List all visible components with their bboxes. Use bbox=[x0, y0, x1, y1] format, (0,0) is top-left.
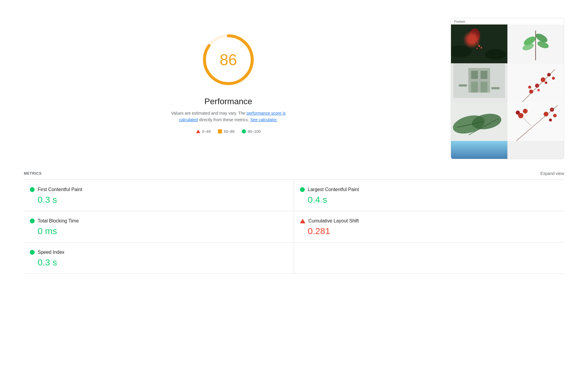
metric-tbt-value: 0 ms bbox=[38, 226, 288, 236]
preview-img-8 bbox=[507, 141, 564, 159]
metric-cls-name: Cumulative Layout Shift bbox=[308, 218, 359, 224]
metrics-label: METRICS bbox=[24, 171, 42, 176]
preview-img-1 bbox=[451, 24, 507, 63]
svg-point-43 bbox=[516, 110, 520, 115]
preview-section: Pixelash bbox=[451, 12, 564, 159]
metric-si-value: 0.3 s bbox=[38, 257, 288, 268]
pass-icon bbox=[242, 129, 246, 133]
svg-point-48 bbox=[549, 119, 552, 122]
preview-img-2 bbox=[507, 24, 564, 63]
calculator-link[interactable]: See calculator. bbox=[250, 117, 278, 122]
svg-rect-19 bbox=[481, 71, 487, 79]
metric-si-status-icon bbox=[30, 250, 35, 255]
preview-images bbox=[451, 24, 564, 159]
metric-empty bbox=[294, 242, 564, 274]
legend-pass: 90–100 bbox=[242, 129, 261, 134]
svg-point-46 bbox=[550, 107, 554, 112]
metric-si: Speed Index 0.3 s bbox=[24, 242, 294, 274]
svg-line-4 bbox=[475, 35, 479, 47]
metric-tbt-header: Total Blocking Time bbox=[30, 218, 288, 224]
svg-point-44 bbox=[523, 109, 528, 113]
preview-img-3 bbox=[451, 63, 507, 102]
svg-point-5 bbox=[478, 45, 480, 47]
metric-fcp: First Contentful Paint 0.3 s bbox=[24, 180, 294, 211]
metrics-header: METRICS Expand view bbox=[24, 171, 564, 176]
svg-rect-20 bbox=[471, 82, 478, 93]
svg-rect-18 bbox=[471, 71, 478, 79]
metric-si-header: Speed Index bbox=[30, 250, 288, 255]
legend-range1: 0–49 bbox=[202, 129, 211, 134]
average-icon bbox=[218, 129, 222, 133]
preview-label: Pixelash bbox=[451, 18, 564, 24]
metric-cls-status-icon bbox=[300, 219, 305, 223]
svg-rect-24 bbox=[507, 63, 564, 102]
metric-cls: Cumulative Layout Shift 0.281 bbox=[294, 211, 564, 242]
desc-middle: directly from these metrics. bbox=[199, 117, 249, 122]
metric-fcp-header: First Contentful Paint bbox=[30, 187, 288, 192]
legend-range3: 90–100 bbox=[248, 129, 261, 134]
metric-lcp: Largest Contentful Paint 0.4 s bbox=[294, 180, 564, 211]
svg-rect-22 bbox=[459, 84, 467, 87]
metric-tbt: Total Blocking Time 0 ms bbox=[24, 211, 294, 242]
metric-lcp-name: Largest Contentful Paint bbox=[308, 187, 359, 192]
performance-desc: Values are estimated and may vary. The p… bbox=[166, 110, 291, 123]
legend-range2: 50–89 bbox=[224, 129, 235, 134]
legend-fail: 0–49 bbox=[196, 129, 211, 134]
svg-point-26 bbox=[529, 90, 533, 94]
metric-cls-header: Cumulative Layout Shift bbox=[300, 218, 558, 224]
svg-rect-21 bbox=[481, 82, 487, 93]
gauge: 86 bbox=[198, 30, 258, 90]
desc-prefix: Values are estimated and may vary. The bbox=[171, 111, 245, 116]
svg-point-47 bbox=[553, 114, 557, 117]
svg-rect-23 bbox=[491, 87, 499, 89]
metric-fcp-status-icon bbox=[30, 187, 35, 192]
svg-point-7 bbox=[481, 47, 482, 48]
score-section: 86 Performance Values are estimated and … bbox=[24, 12, 433, 134]
svg-point-6 bbox=[477, 48, 478, 49]
legend: 0–49 50–89 90–100 bbox=[196, 129, 261, 134]
svg-point-31 bbox=[552, 77, 555, 80]
preview-img-4 bbox=[507, 63, 564, 102]
metric-tbt-name: Total Blocking Time bbox=[38, 218, 79, 224]
metric-lcp-header: Largest Contentful Paint bbox=[300, 187, 558, 192]
svg-point-27 bbox=[535, 84, 539, 88]
expand-view-button[interactable]: Expand view bbox=[541, 171, 564, 176]
legend-average: 50–89 bbox=[218, 129, 235, 134]
metric-si-name: Speed Index bbox=[38, 250, 64, 255]
preview-card: Pixelash bbox=[451, 18, 564, 159]
preview-img-7 bbox=[451, 141, 507, 159]
svg-point-45 bbox=[544, 112, 548, 116]
svg-point-32 bbox=[537, 89, 540, 91]
metric-fcp-value: 0.3 s bbox=[38, 195, 288, 205]
metric-lcp-status-icon bbox=[300, 187, 305, 192]
svg-point-9 bbox=[485, 49, 506, 60]
svg-point-30 bbox=[528, 86, 531, 89]
svg-point-28 bbox=[541, 77, 545, 82]
metrics-grid: First Contentful Paint 0.3 s Largest Con… bbox=[24, 180, 564, 274]
svg-rect-39 bbox=[507, 102, 564, 141]
preview-img-5 bbox=[451, 102, 507, 141]
fail-icon bbox=[196, 130, 200, 133]
metric-fcp-name: First Contentful Paint bbox=[38, 187, 82, 192]
gauge-score: 86 bbox=[220, 51, 237, 69]
metric-lcp-value: 0.4 s bbox=[308, 195, 558, 205]
performance-title: Performance bbox=[204, 97, 252, 106]
metric-cls-value: 0.281 bbox=[308, 226, 558, 236]
svg-point-33 bbox=[545, 82, 547, 84]
preview-img-6 bbox=[507, 102, 564, 141]
svg-point-29 bbox=[547, 73, 551, 76]
metrics-section: METRICS Expand view First Contentful Pai… bbox=[24, 171, 564, 274]
metric-tbt-status-icon bbox=[30, 219, 35, 223]
svg-point-3 bbox=[470, 28, 480, 42]
